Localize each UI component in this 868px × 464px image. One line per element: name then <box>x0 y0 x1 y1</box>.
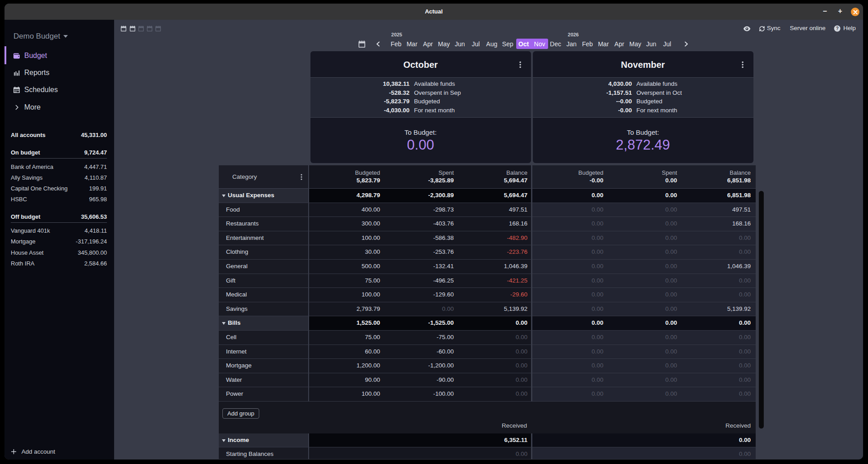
svg-text:?: ? <box>836 26 838 31</box>
